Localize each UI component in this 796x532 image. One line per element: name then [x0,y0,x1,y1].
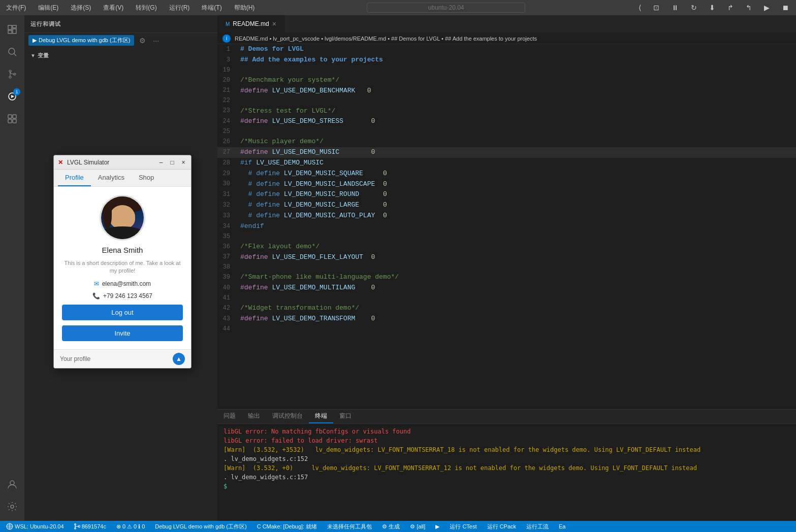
lvgl-minimize-btn[interactable]: – [157,159,165,166]
code-line-39: 39 /*Smart-phone like multi-language dem… [217,272,796,283]
avatar-hair-side [103,203,112,228]
status-error-count: 0 [122,523,125,529]
svg-point-16 [11,505,14,508]
continue-icon[interactable]: ▶ [761,3,773,13]
menu-goto[interactable]: 转到(G) [134,3,158,13]
warning-icon: ⚠ [127,523,132,530]
lvgl-logo: ✕ [58,159,63,166]
svg-rect-12 [13,115,16,118]
status-cmake[interactable]: C CMake: [Debug]: 就绪 [255,521,320,532]
play-status-icon: ▶ [435,523,439,530]
menu-select[interactable]: 选择(S) [69,3,93,13]
invite-button[interactable]: Invite [62,325,183,341]
pause-icon[interactable]: ⏸ [668,3,682,13]
status-cpack[interactable]: 运行 CPack [485,521,518,532]
menu-view[interactable]: 查看(V) [101,3,125,13]
status-play[interactable]: ▶ [433,521,441,532]
tab-close-icon[interactable]: × [272,20,276,28]
lvgl-tab-analytics[interactable]: Analytics [91,170,132,186]
activity-settings[interactable] [2,496,22,517]
code-line-22: 22 [217,96,796,106]
menu-terminal[interactable]: 终端(T) [200,3,224,13]
debug-settings-icon[interactable]: ⚙ [137,36,148,46]
debug-status-label: Debug LVGL demo with gdb (工作区) [155,523,246,530]
status-git[interactable]: 8691574c [72,521,108,532]
activity-source-control[interactable] [2,64,22,84]
code-line-38: 38 [217,262,796,272]
activity-search[interactable] [2,42,22,62]
status-no-tests[interactable]: 未选择任何工具包 [325,521,374,532]
reload-icon[interactable]: ↻ [688,3,700,13]
profile-phone: 📞 +79 246 123 4567 [92,292,152,300]
code-line-33: 33 # define LV_DEMO_MUSIC_AUTO_PLAY 0 [217,211,796,221]
code-line-28: 28 #if LV_USE_DEMO_MUSIC [217,158,796,169]
code-line-30: 30 # define LV_DEMO_MUSIC_LANDSCAPE 0 [217,179,796,190]
code-line-23: 23 /*Stress test for LVGL*/ [217,106,796,117]
status-debug[interactable]: Debug LVGL demo with gdb (工作区) [153,521,248,532]
status-wsl[interactable]: WSL: Ubuntu-20.04 [4,521,66,532]
editor-tab-bar: M README.md × [217,15,796,33]
debug-more-icon[interactable]: ··· [151,36,161,46]
terminal-line-3: [Warn] (3.532, +3532) lv_demo_widgets: L… [224,445,790,454]
editor-tab-readme[interactable]: M README.md × [217,15,285,32]
phone-icon: 📞 [92,292,100,300]
step-out-icon[interactable]: ↰ [743,3,755,13]
step-icon[interactable]: ⬇ [706,3,718,13]
status-errors[interactable]: ⊗ 0 ⚠ 0 ℹ 0 [114,521,147,532]
bottom-terminal-content[interactable]: libGL error: No matching fbConfigs or vi… [217,424,796,521]
lvgl-scroll-indicator[interactable]: ▲ [173,353,185,365]
bottom-tab-debug-console[interactable]: 调试控制台 [266,409,309,423]
status-all[interactable]: ⚙ [all] [408,521,427,532]
status-run[interactable]: 运行工流 [524,521,551,532]
code-line-3: 3 ## Add the examples to your projects [217,55,796,65]
terminal-line-5: [Warn] (3.532, +0) lv_demo_widgets: LV_F… [224,463,790,473]
minimize-icon[interactable]: ⟨ [635,3,644,13]
activity-account[interactable] [2,474,22,494]
svg-rect-13 [8,119,12,123]
lvgl-tab-shop[interactable]: Shop [132,170,161,186]
svg-rect-14 [13,119,16,123]
status-generate[interactable]: ⚙ 生成 [380,521,402,532]
status-ctest[interactable]: 运行 CTest [448,521,479,532]
step-over-icon[interactable]: ↱ [724,3,737,13]
menu-run[interactable]: 运行(R) [167,3,192,13]
editor-content[interactable]: 1 # Demos for LVGL 3 ## Add the examples… [217,44,796,409]
cpack-label: 运行 CPack [487,523,516,530]
bottom-tab-bar: 问题 输出 调试控制台 终端 窗口 [217,410,796,424]
sidebar-vars-header[interactable]: ▼ 变量 [24,50,217,61]
stop-icon[interactable]: ⏹ [779,3,792,13]
lvgl-maximize-btn[interactable]: □ [169,159,176,166]
code-line-40: 40 #define LV_USE_DEMO_MULTILANG 0 [217,283,796,293]
code-line-21: 21 #define LV_USE_DEMO_BENCHMARK 0 [217,86,796,96]
code-line-42: 42 /*Widget transformation demo*/ [217,303,796,314]
lvgl-tab-profile[interactable]: Profile [58,170,91,186]
bottom-tab-window[interactable]: 窗口 [333,409,358,423]
code-line-27: 27 #define LV_USE_DEMO_MUSIC 0 [217,147,796,158]
avatar-art [101,196,144,239]
status-ea[interactable]: Ea [557,521,567,532]
activity-explorer[interactable] [2,19,22,40]
bottom-tab-terminal[interactable]: 终端 [309,409,333,423]
debug-label: Debug LVGL demo with gdb (工作区) [39,37,130,44]
sidebar-header: 运行和调试 [24,15,217,33]
menu-edit[interactable]: 编辑(E) [36,3,60,13]
menu-file[interactable]: 文件(F) [4,3,28,13]
lvgl-close-btn[interactable]: × [180,159,187,166]
activity-extensions[interactable] [2,109,22,129]
code-line-35: 35 [217,232,796,242]
activity-debug[interactable]: 1 [2,86,22,107]
profile-avatar [100,195,145,241]
title-search-input[interactable] [367,3,525,13]
bottom-tab-output[interactable]: 输出 [242,409,266,423]
bottom-tab-problems[interactable]: 问题 [217,409,242,423]
debug-badge: 1 [13,88,20,95]
maximize-icon[interactable]: ⊡ [650,3,662,13]
lvgl-tab-bar: Profile Analytics Shop [54,170,191,187]
breadcrumb-text: README.md • lv_port_pc_vscode • lvgl/dem… [235,36,537,42]
avatar-face [110,205,135,228]
logout-button[interactable]: Log out [62,305,183,320]
menu-help[interactable]: 帮助(H) [232,3,257,13]
debug-start-button[interactable]: ▶ Debug LVGL demo with gdb (工作区) [28,35,134,46]
status-git-hash: 8691574c [82,523,106,529]
svg-rect-3 [13,29,16,34]
